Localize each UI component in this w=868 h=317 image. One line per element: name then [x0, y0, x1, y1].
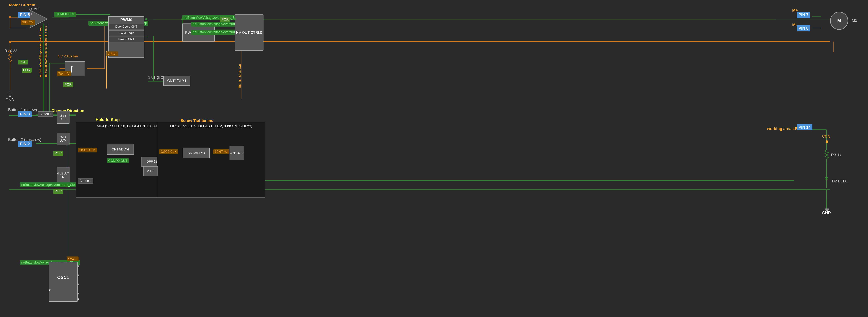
node-top-green3	[234, 18, 236, 20]
node-top-green2	[181, 18, 184, 20]
osc1-pwm0: OSC1	[106, 52, 118, 56]
node-top-green1	[145, 18, 148, 20]
osc1-out3	[78, 284, 80, 285]
svg-text:+: +	[31, 12, 33, 16]
2lo-label: 2-LO	[147, 169, 154, 173]
osc1-label: OSC1	[49, 262, 77, 280]
no-button-1: noButton/lowVoltage/overcurrent_Sleep	[39, 23, 42, 77]
pin14-label[interactable]: PIN 14	[797, 124, 812, 131]
working-area-led-label: working area LED	[767, 126, 801, 131]
osc1-out5	[78, 298, 80, 300]
2lo-block: 2-LO	[144, 166, 158, 176]
hold-to-stop-label: Hold-to-Stop	[96, 117, 120, 122]
mf3-block: MF3 (3-bit LUT9, DFF/LATCH12, 8-bit CNT3…	[157, 122, 265, 198]
pin8-label[interactable]: PIN 8	[797, 25, 810, 31]
osc0-clk-mf3: OSC0 CLK	[159, 149, 178, 154]
no-button-2: noButton/lowVoltage/overcurrent_Sleep	[44, 23, 48, 77]
node-orange2	[9, 41, 11, 43]
osc0-clk-mf4: OSC0 CLK	[78, 148, 97, 152]
nobutton-lut4: noButton/lowVoltage/overcurrent_Sleep	[20, 182, 80, 187]
r3-label: R3 1k	[831, 153, 841, 157]
lut3-label: 3-bit LUT4	[57, 136, 69, 142]
nobutton-pwm-chopper: noButton/lowVoltage/overcurrent_Sleep	[182, 16, 242, 20]
duty-cycle-cnt: Duty Cycle CNT	[108, 24, 144, 29]
lut2-bit: 2-bit LUT1	[57, 111, 69, 124]
lut4-bit: 4-bit LUT D	[57, 167, 69, 183]
m-minus-label: M-	[792, 23, 797, 27]
osc1-out2	[78, 275, 80, 276]
pin3-label[interactable]: PIN 3	[18, 111, 32, 117]
dff13-label: DFF 13	[147, 160, 157, 164]
osc1-sig-label: OSC1	[67, 257, 79, 261]
por-top-label: POR	[18, 60, 28, 64]
vdd-label: VDD	[822, 135, 830, 139]
osc1-out4	[78, 293, 80, 294]
osc1-in1	[49, 289, 51, 291]
osc1-block: OSC1	[49, 262, 78, 301]
cnt1dly1-label: CNT1/DLY1	[167, 79, 186, 83]
cv-2816mv-label: CV 2816 mV	[58, 54, 78, 58]
pwm-logic: PWM Logic	[108, 30, 144, 36]
ccmp0-label: CCMP0	[29, 7, 40, 11]
mf3-title: MF3 (3-bit LUT9, DFF/LATCH12, 8-bit CNT3…	[157, 122, 265, 130]
button1-label: Button 1	[38, 111, 53, 117]
lut9-label: 3-bit LUT9	[230, 151, 244, 154]
period-cnt: Period CNT	[108, 37, 144, 42]
cnt4dly4-block: CNT4/DLY4	[107, 144, 134, 155]
thermal-shutdown-label: Thermal Shutdown	[238, 52, 242, 88]
d2-led1-label: D2 LED1	[832, 179, 848, 183]
lut9-block: 3-bit LUT9	[229, 146, 244, 160]
384mv-label: 384 mV	[21, 20, 35, 25]
704mv-label: 704 mV	[57, 71, 71, 76]
lut2-label: 2-bit LUT1	[57, 114, 69, 121]
10hz-label: 10.67 Hz	[213, 149, 229, 154]
node-orange1	[9, 16, 11, 18]
cnt3dly3-label: CNT3/DLY3	[187, 151, 205, 155]
por-top2-label: POR	[22, 68, 32, 73]
cnt1dly1-block: CNT1/DLY1	[163, 76, 190, 86]
hvout-ctrl0-block: HV OUT CTRL0	[235, 15, 264, 51]
pin2-label[interactable]: PIN 2	[18, 141, 32, 147]
ccmp0-out-mf4: CCMP0 OUT	[107, 158, 129, 163]
por-integrator: POR	[63, 82, 73, 87]
por-lut4: POR	[53, 151, 63, 156]
cnt4dly4-label: CNT4/DLY4	[112, 148, 129, 151]
cnt3dly3-block: CNT3/DLY3	[183, 148, 210, 158]
hvout-ctrl0-label: HV OUT CTRL0	[236, 31, 262, 35]
por-lut4b: POR	[53, 189, 63, 194]
pin7-label[interactable]: PIN 7	[797, 12, 810, 18]
button1-mf4-out: Button 1	[78, 178, 93, 183]
por-hvout: POR	[220, 17, 230, 22]
osc1-out1	[78, 265, 80, 267]
lut4-label: 4-bit LUT D	[57, 172, 69, 178]
svg-marker-62	[825, 177, 828, 180]
motor-current-title: Motor Current	[9, 3, 36, 7]
ccmp0-out-top: CCMP0 OUT	[54, 12, 76, 17]
lut3-bit: 3-bit LUT4	[57, 133, 69, 145]
m1-label: M1	[852, 18, 857, 23]
motor-m1: M	[830, 12, 848, 30]
svg-marker-61	[826, 139, 828, 143]
pwm0-title: PWM0	[108, 18, 144, 22]
